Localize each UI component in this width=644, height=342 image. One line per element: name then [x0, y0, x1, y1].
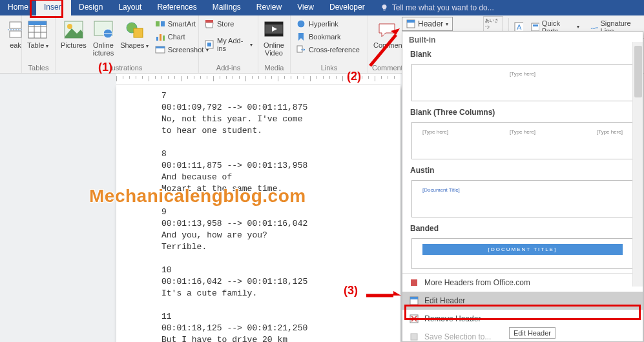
- edit-header-tooltip: Edit Header: [509, 327, 556, 339]
- svg-rect-32: [532, 23, 539, 31]
- svg-rect-14: [134, 28, 143, 37]
- svg-rect-1: [10, 31, 21, 37]
- svg-rect-27: [265, 34, 283, 36]
- more-headers-button[interactable]: More Headers from Office.com: [402, 274, 643, 292]
- svg-rect-15: [156, 21, 160, 26]
- gallery-scrollbar[interactable]: [632, 42, 643, 287]
- group-media-label: Media: [262, 63, 286, 72]
- srt-line: It's a cute family.: [161, 288, 389, 299]
- svg-rect-24: [207, 43, 211, 46]
- svg-rect-26: [265, 22, 283, 25]
- group-tables-label: Tables: [26, 63, 51, 72]
- svg-rect-29: [297, 46, 302, 52]
- svg-rect-18: [160, 34, 161, 41]
- svg-rect-16: [161, 21, 165, 26]
- svg-rect-36: [411, 279, 417, 286]
- srt-time: 00:01:11,875 --> 00:01:13,958: [161, 160, 389, 172]
- edit-header-button[interactable]: Edit Header: [402, 292, 643, 310]
- group-addins-label: Add-ins: [203, 63, 254, 72]
- page-header-icon: [409, 296, 419, 306]
- shapes-button[interactable]: Shapes ▾: [119, 18, 150, 52]
- ribbon-tabs: Home Insert Design Layout References Mai…: [0, 0, 644, 15]
- svg-rect-38: [410, 297, 418, 299]
- svg-rect-21: [156, 46, 165, 48]
- svg-rect-17: [156, 37, 158, 41]
- srt-line: But I have to drive 20 km: [161, 334, 389, 342]
- group-illustrations-label: ustrations: [59, 63, 194, 72]
- chevron-down-icon: ▾: [446, 21, 448, 27]
- gallery-item-banded[interactable]: [DOCUMENT TITLE]: [411, 238, 634, 269]
- tab-design[interactable]: Design: [71, 0, 110, 15]
- gallery-item-austin-label: Austin: [402, 162, 643, 177]
- srt-line: And you, how are you?: [161, 230, 389, 241]
- store-button[interactable]: Store: [203, 18, 254, 30]
- table-button[interactable]: Table ▾: [26, 18, 50, 52]
- tab-references[interactable]: References: [149, 0, 204, 15]
- srt-line: Mozart at the same time.: [161, 183, 389, 195]
- header-gallery-dropdown: Built-in Blank [Type here] Blank (Three …: [402, 31, 643, 342]
- svg-rect-0: [10, 22, 21, 28]
- tab-insert[interactable]: Insert: [36, 0, 71, 15]
- my-addins-button[interactable]: My Add-ins ▾: [203, 36, 254, 53]
- gallery-item-austin[interactable]: [Document Title]: [411, 180, 634, 217]
- tell-me-text: Tell me what you want to do...: [392, 3, 494, 12]
- lightbulb-icon: [380, 4, 388, 12]
- srt-index: 8: [161, 148, 389, 160]
- svg-point-10: [67, 24, 72, 29]
- srt-time: 00:01:16,042 --> 00:01:18,125: [161, 276, 389, 288]
- gallery-item-blank-label: Blank: [402, 46, 643, 61]
- srt-line: And because of: [161, 172, 389, 183]
- gallery-item-banded-label: Banded: [402, 220, 643, 236]
- tab-mailings[interactable]: Mailings: [205, 0, 249, 15]
- svg-text:A: A: [517, 23, 522, 31]
- header-dropdown-button[interactable]: Header ▾: [402, 17, 453, 31]
- hyperlink-button[interactable]: Hyperlink: [295, 18, 361, 30]
- srt-index: 9: [161, 206, 389, 218]
- srt-time: 00:01:18,125 --> 00:01:21,250: [161, 323, 389, 334]
- srt-time: 00:01:09,792 --> 00:01:11,875: [161, 102, 389, 114]
- srt-time: 00:01:13,958 --> 00:01:16,042: [161, 218, 389, 230]
- save-icon: [409, 332, 419, 342]
- gallery-item-blank3[interactable]: [Type here] [Type here] [Type here]: [411, 122, 634, 159]
- remove-icon: [409, 314, 419, 324]
- scrollbar-thumb[interactable]: [634, 46, 642, 97]
- page-header-icon: [406, 19, 415, 28]
- remove-header-button[interactable]: Remove Header: [402, 310, 643, 328]
- srt-index: 10: [161, 265, 389, 276]
- document-page[interactable]: 7 00:01:09,792 --> 00:01:11,875 No, not …: [116, 85, 400, 342]
- comment-button[interactable]: Commen: [372, 18, 404, 50]
- srt-index: 7: [161, 90, 389, 102]
- srt-line: No, not this year. I've come: [161, 114, 389, 125]
- gallery-item-blank3-label: Blank (Three Columns): [402, 104, 643, 119]
- tab-layout[interactable]: Layout: [110, 0, 149, 15]
- bookmark-button[interactable]: Bookmark: [295, 31, 361, 43]
- tab-developer[interactable]: Developer: [322, 0, 373, 15]
- tell-me-box[interactable]: Tell me what you want to do...: [373, 0, 494, 15]
- tab-review[interactable]: Review: [249, 0, 289, 15]
- svg-rect-42: [411, 334, 417, 340]
- online-pictures-button[interactable]: Onlineictures: [92, 18, 115, 58]
- svg-rect-22: [205, 20, 213, 23]
- srt-line: to hear one student.: [161, 125, 389, 137]
- office-icon: [409, 277, 419, 288]
- online-video-button[interactable]: OnlineVideo: [262, 18, 286, 58]
- svg-rect-8: [28, 21, 47, 25]
- srt-index: 11: [161, 311, 389, 323]
- tab-view[interactable]: View: [289, 0, 322, 15]
- gallery-item-blank[interactable]: [Type here]: [411, 64, 634, 101]
- group-links-label: Links: [295, 63, 364, 72]
- svg-rect-33: [533, 25, 538, 26]
- svg-rect-19: [163, 35, 165, 41]
- svg-rect-35: [407, 20, 415, 23]
- group-comments-label: Comments: [372, 63, 399, 72]
- cross-reference-button[interactable]: Cross-reference: [295, 44, 361, 55]
- tab-home[interactable]: Home: [0, 0, 36, 15]
- horizontal-ruler[interactable]: [116, 74, 400, 85]
- gallery-section-builtin: Built-in: [402, 32, 643, 46]
- srt-line: Terrible.: [161, 241, 389, 253]
- pictures-button[interactable]: Pictures: [59, 18, 88, 50]
